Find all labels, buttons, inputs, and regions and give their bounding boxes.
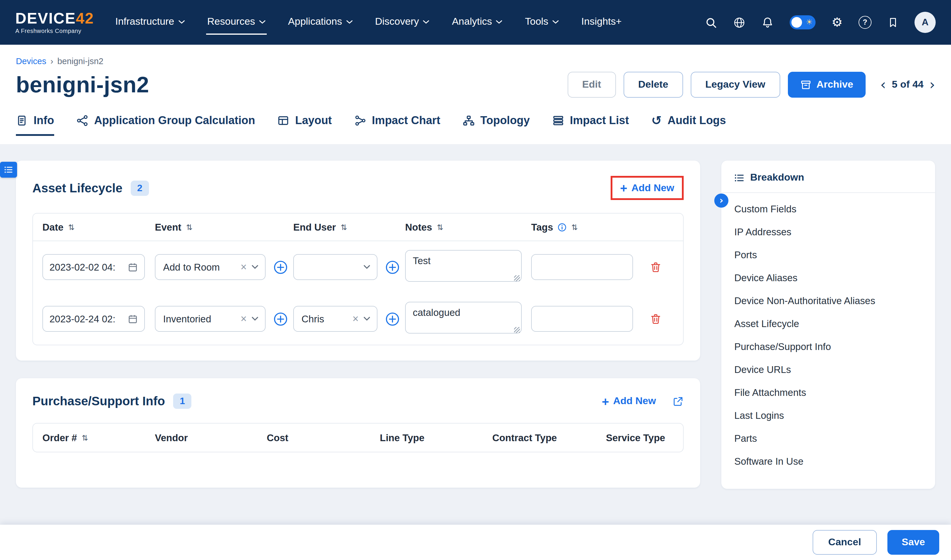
open-external-button[interactable] <box>673 395 684 407</box>
next-device-icon[interactable]: › <box>929 78 935 92</box>
tags-input[interactable] <box>531 306 633 332</box>
tab-layout[interactable]: Layout <box>277 114 332 136</box>
column-header-event[interactable]: Event⇅ <box>155 222 293 233</box>
event-select[interactable]: Add to Room × <box>155 254 266 280</box>
tags-input[interactable] <box>531 254 633 280</box>
chevron-down-icon <box>363 317 371 321</box>
clear-icon[interactable]: × <box>241 314 247 324</box>
nav-item-infrastructure[interactable]: Infrastructure <box>114 10 186 35</box>
bookmark-icon[interactable] <box>888 17 899 28</box>
breadcrumb-devices-link[interactable]: Devices <box>16 57 46 66</box>
bell-icon[interactable] <box>761 16 774 29</box>
sort-icon[interactable]: ⇅ <box>341 223 347 231</box>
sun-icon: ☀ <box>806 17 813 28</box>
row-actions-cell <box>637 261 674 273</box>
breakdown-item-ports[interactable]: Ports <box>721 243 935 266</box>
column-header-date[interactable]: Date⇅ <box>42 222 155 233</box>
sort-icon[interactable]: ⇅ <box>186 223 193 231</box>
end-user-select[interactable] <box>293 254 377 280</box>
notes-textarea[interactable]: catalogued <box>405 302 522 334</box>
nav-item-tools[interactable]: Tools <box>524 10 560 35</box>
breadcrumb-separator: › <box>50 57 53 66</box>
breakdown-header: Breakdown <box>721 161 935 193</box>
breakdown-item-asset-lifecycle[interactable]: Asset Lifecycle <box>721 312 935 335</box>
nav-item-analytics[interactable]: Analytics <box>451 10 504 35</box>
add-event-button[interactable] <box>273 260 288 274</box>
add-new-lifecycle-button[interactable]: + Add New <box>620 182 674 194</box>
plus-icon: + <box>602 395 609 407</box>
nav-item-insights[interactable]: Insights+ <box>580 10 623 35</box>
tab-label: Audit Logs <box>667 114 726 127</box>
date-input[interactable]: 2023-02-24 02: <box>42 306 145 332</box>
tab-info[interactable]: Info <box>16 114 54 136</box>
edit-button[interactable]: Edit <box>567 72 616 98</box>
tab-application-group-calculation[interactable]: Application Group Calculation <box>77 114 255 136</box>
event-select[interactable]: Inventoried × <box>155 306 266 332</box>
breakdown-item-ip-addresses[interactable]: IP Addresses <box>721 221 935 243</box>
help-icon[interactable]: ? <box>858 16 872 29</box>
breakdown-item-last-logins[interactable]: Last Logins <box>721 404 935 427</box>
breakdown-item-software-in-use[interactable]: Software In Use <box>721 450 935 473</box>
add-end-user-button[interactable] <box>385 311 400 326</box>
breakdown-item-purchase-support-info[interactable]: Purchase/Support Info <box>721 335 935 358</box>
nav-label: Insights+ <box>581 16 622 28</box>
clear-icon[interactable]: × <box>241 262 247 272</box>
notes-textarea[interactable]: Test <box>405 250 522 282</box>
tab-label: Layout <box>295 114 332 127</box>
info-icon[interactable] <box>558 223 567 231</box>
nav-item-applications[interactable]: Applications <box>287 10 354 35</box>
column-header-order[interactable]: Order #⇅ <box>42 432 155 443</box>
add-event-button[interactable] <box>273 311 288 326</box>
breakdown-item-custom-fields[interactable]: Custom Fields <box>721 198 935 221</box>
logo[interactable]: DEVICE42 A Freshworks Company <box>15 11 94 34</box>
breakdown-item-file-attachments[interactable]: File Attachments <box>721 381 935 404</box>
column-header-tags[interactable]: Tags ⇅ <box>531 222 637 233</box>
table-header-row: Order #⇅ Vendor Cost Line Type Contract … <box>33 423 683 452</box>
legacy-view-button[interactable]: Legacy View <box>691 72 780 98</box>
date-input[interactable]: 2023-02-02 04: <box>42 254 145 280</box>
search-icon[interactable] <box>705 16 717 29</box>
sort-icon[interactable]: ⇅ <box>82 433 88 442</box>
app-window: DEVICE42 A Freshworks Company Infrastruc… <box>0 0 951 560</box>
nav-item-discovery[interactable]: Discovery <box>374 10 431 35</box>
column-header-notes[interactable]: Notes⇅ <box>405 222 531 233</box>
delete-row-button[interactable] <box>649 313 662 325</box>
event-cell: Add to Room × <box>155 254 293 280</box>
cancel-button[interactable]: Cancel <box>812 530 877 555</box>
side-panel-toggle[interactable] <box>0 162 17 178</box>
device-tabs: Info Application Group Calculation Layou… <box>16 114 935 136</box>
breakdown-item-parts[interactable]: Parts <box>721 427 935 450</box>
globe-icon[interactable] <box>733 16 746 29</box>
sort-icon[interactable]: ⇅ <box>437 223 443 231</box>
gear-icon[interactable]: ⚙ <box>831 16 843 29</box>
delete-button[interactable]: Delete <box>624 72 683 98</box>
circle-plus-icon <box>273 311 288 326</box>
add-end-user-button[interactable] <box>385 260 400 274</box>
add-new-purchase-button[interactable]: + Add New <box>602 395 656 407</box>
chevron-down-icon <box>252 317 258 321</box>
delete-row-button[interactable] <box>649 261 662 273</box>
tab-audit-logs[interactable]: ↺ Audit Logs <box>651 114 726 136</box>
theme-toggle[interactable]: ☀ <box>790 15 815 29</box>
sort-icon[interactable]: ⇅ <box>571 223 578 231</box>
clear-icon[interactable]: × <box>352 314 359 324</box>
event-cell: Inventoried × <box>155 306 293 332</box>
breakdown-item-device-non-authoritative-aliases[interactable]: Device Non-Authoritative Aliases <box>721 289 935 312</box>
nav-item-resources[interactable]: Resources <box>206 10 267 35</box>
prev-device-icon[interactable]: ‹ <box>880 78 886 92</box>
circle-plus-icon <box>273 260 288 274</box>
device-actions: Edit Delete Legacy View Archive ‹ 5 of 4… <box>567 72 935 98</box>
tab-impact-list[interactable]: Impact List <box>552 114 629 136</box>
tab-label: Impact List <box>570 114 629 127</box>
avatar[interactable]: A <box>914 12 936 33</box>
breakdown-item-device-aliases[interactable]: Device Aliases <box>721 266 935 289</box>
breakdown-item-device-urls[interactable]: Device URLs <box>721 358 935 381</box>
column-header-end-user[interactable]: End User⇅ <box>293 222 405 233</box>
sort-icon[interactable]: ⇅ <box>68 223 75 231</box>
archive-button[interactable]: Archive <box>787 72 866 98</box>
tab-impact-chart[interactable]: Impact Chart <box>354 114 440 136</box>
collapse-panel-button[interactable]: › <box>714 194 729 208</box>
tab-topology[interactable]: Topology <box>463 114 530 136</box>
end-user-select[interactable]: Chris × <box>293 306 377 332</box>
save-button[interactable]: Save <box>888 530 939 555</box>
